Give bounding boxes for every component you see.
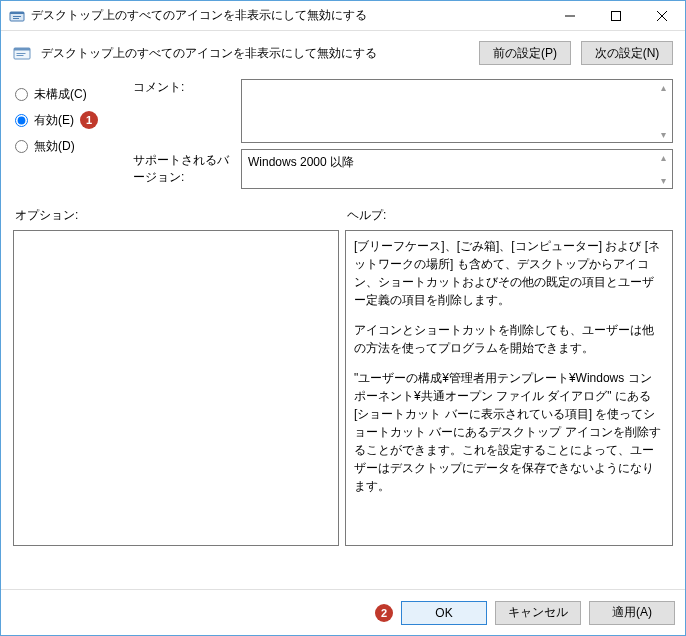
button-label: キャンセル <box>508 604 568 621</box>
disabled-radio[interactable] <box>15 140 28 153</box>
policy-icon <box>13 44 31 62</box>
annotation-badge-1: 1 <box>80 111 98 129</box>
panes-row: [ブリーフケース]、[ごみ箱]、[コンピューター] および [ネットワークの場所… <box>13 230 673 589</box>
next-setting-button[interactable]: 次の設定(N) <box>581 41 673 65</box>
window-title: デスクトップ上のすべてのアイコンを非表示にして無効にする <box>31 7 547 24</box>
titlebar: デスクトップ上のすべてのアイコンを非表示にして無効にする <box>1 1 685 31</box>
close-button[interactable] <box>639 1 685 30</box>
header-row: デスクトップ上のすべてのアイコンを非表示にして無効にする 前の設定(P) 次の設… <box>1 31 685 79</box>
not-configured-label[interactable]: 未構成(C) <box>34 86 87 103</box>
options-pane <box>13 230 339 546</box>
comment-label: コメント: <box>133 79 233 96</box>
help-content: [ブリーフケース]、[ごみ箱]、[コンピューター] および [ネットワークの場所… <box>346 231 672 513</box>
button-label: 前の設定(P) <box>493 45 557 62</box>
help-paragraph: "ユーザーの構成¥管理者用テンプレート¥Windows コンポーネント¥共通オー… <box>354 369 662 495</box>
section-labels: オプション: ヘルプ: <box>13 197 673 230</box>
svg-rect-1 <box>10 12 24 14</box>
svg-rect-5 <box>612 11 621 20</box>
policy-title: デスクトップ上のすべてのアイコンを非表示にして無効にする <box>41 45 469 62</box>
button-label: 次の設定(N) <box>595 45 660 62</box>
svg-rect-11 <box>17 55 24 56</box>
help-pane: [ブリーフケース]、[ごみ箱]、[コンピューター] および [ネットワークの場所… <box>345 230 673 546</box>
svg-rect-2 <box>13 16 21 17</box>
footer: 2 OK キャンセル 適用(A) <box>1 589 685 635</box>
supported-textbox: Windows 2000 以降 ▴ ▾ <box>241 149 673 189</box>
help-label: ヘルプ: <box>347 207 386 224</box>
app-icon <box>9 8 25 24</box>
supported-value: Windows 2000 以降 <box>242 150 672 175</box>
help-paragraph: アイコンとショートカットを削除しても、ユーザーは他の方法を使ってプログラムを開始… <box>354 321 662 357</box>
scroll-up-icon: ▴ <box>656 152 670 163</box>
scroll-down-icon: ▾ <box>656 129 670 140</box>
enabled-label[interactable]: 有効(E) <box>34 112 74 129</box>
button-label: OK <box>435 606 452 620</box>
help-paragraph: [ブリーフケース]、[ごみ箱]、[コンピューター] および [ネットワークの場所… <box>354 237 662 309</box>
apply-button[interactable]: 適用(A) <box>589 601 675 625</box>
state-radio-group: 未構成(C) 有効(E) 1 無効(D) <box>13 79 123 189</box>
scroll-down-icon: ▾ <box>656 175 670 186</box>
scroll-up-icon: ▴ <box>656 82 670 93</box>
upper-section: 未構成(C) 有効(E) 1 無効(D) コメント: ▴ ▾ <box>13 79 673 197</box>
comment-textbox[interactable]: ▴ ▾ <box>241 79 673 143</box>
supported-label: サポートされるバージョン: <box>133 152 233 186</box>
disabled-label[interactable]: 無効(D) <box>34 138 75 155</box>
svg-rect-10 <box>17 53 26 54</box>
svg-rect-3 <box>13 18 19 19</box>
options-label: オプション: <box>15 207 347 224</box>
maximize-button[interactable] <box>593 1 639 30</box>
previous-setting-button[interactable]: 前の設定(P) <box>479 41 571 65</box>
svg-rect-9 <box>14 48 30 51</box>
window-controls <box>547 1 685 30</box>
dialog-window: デスクトップ上のすべてのアイコンを非表示にして無効にする デスクトップ上のすべて… <box>0 0 686 636</box>
minimize-button[interactable] <box>547 1 593 30</box>
cancel-button[interactable]: キャンセル <box>495 601 581 625</box>
not-configured-radio[interactable] <box>15 88 28 101</box>
enabled-radio[interactable] <box>15 114 28 127</box>
meta-fields: コメント: ▴ ▾ サポートされるバージョン: Windows 2000 以降 … <box>133 79 673 189</box>
button-label: 適用(A) <box>612 604 652 621</box>
comment-value <box>242 80 672 88</box>
ok-button[interactable]: OK <box>401 601 487 625</box>
annotation-badge-2: 2 <box>375 604 393 622</box>
